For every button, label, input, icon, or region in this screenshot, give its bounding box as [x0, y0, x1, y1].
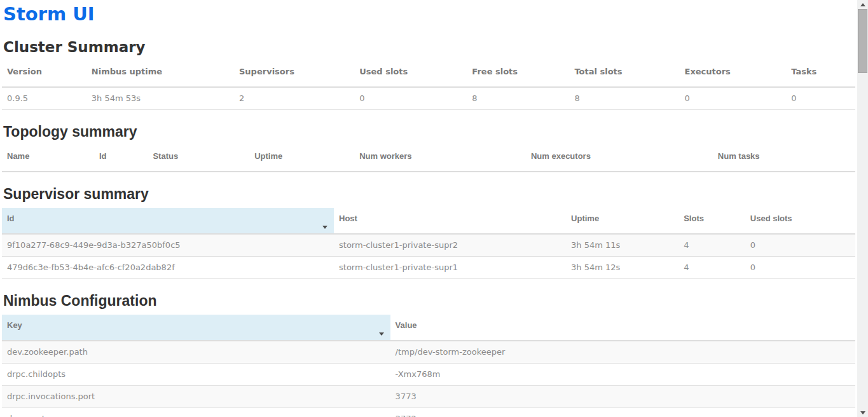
- nimbus-configuration-heading: Nimbus Configuration: [3, 292, 855, 310]
- table-cell: 4: [679, 257, 745, 279]
- column-header-nimbus-uptime[interactable]: Nimbus uptime: [86, 61, 234, 87]
- column-header-label: Id: [7, 214, 15, 223]
- cluster-summary-table: Version Nimbus uptime Supervisors Used s…: [2, 61, 855, 110]
- table-cell: 3772: [390, 408, 855, 417]
- table-cell: drpc.childopts: [2, 364, 390, 386]
- column-header-version[interactable]: Version: [2, 61, 86, 87]
- column-header-slots[interactable]: Slots: [679, 208, 745, 234]
- table-row: drpc.childopts-Xmx768m: [2, 364, 855, 386]
- cluster-summary-section: Cluster Summary Version Nimbus uptime Su…: [2, 38, 855, 110]
- column-header-supervisors[interactable]: Supervisors: [234, 61, 354, 87]
- column-header-uptime[interactable]: Uptime: [249, 146, 354, 172]
- supervisor-summary-section: Supervisor summary Id Host Uptime Slots …: [2, 185, 855, 279]
- table-row: dev.zookeeper.path/tmp/dev-storm-zookeep…: [2, 341, 855, 364]
- table-header-row: Key Value: [2, 315, 855, 341]
- arrow-up-icon: [860, 3, 865, 6]
- column-header-key-sorted[interactable]: Key: [2, 315, 390, 341]
- column-header-status[interactable]: Status: [148, 146, 249, 172]
- table-cell: 0: [786, 87, 855, 110]
- table-cell: storm-cluster1-private-supr2: [334, 234, 566, 257]
- table-cell: 479d6c3e-fb53-4b4e-afc6-cf20a2dab82f: [2, 257, 334, 279]
- column-header-free-slots[interactable]: Free slots: [467, 61, 569, 87]
- table-row: drpc.invocations.port3773: [2, 386, 855, 408]
- column-header-name[interactable]: Name: [2, 146, 94, 172]
- scroll-up-button[interactable]: [857, 0, 868, 9]
- scroll-down-button[interactable]: [857, 408, 868, 417]
- table-header-row: Name Id Status Uptime Num workers Num ex…: [2, 146, 855, 172]
- column-header-value[interactable]: Value: [390, 315, 855, 341]
- table-row: 0.9.53h 54m 53s208800: [2, 87, 855, 110]
- table-cell: 0: [680, 87, 787, 110]
- table-cell: 3h 54m 11s: [566, 234, 679, 257]
- table-cell: /tmp/dev-storm-zookeeper: [390, 341, 855, 364]
- topology-summary-heading: Topology summary: [3, 123, 855, 140]
- column-header-executors[interactable]: Executors: [680, 61, 787, 87]
- table-cell: 8: [467, 87, 569, 110]
- column-header-host[interactable]: Host: [334, 208, 566, 234]
- table-cell: 8: [569, 87, 679, 110]
- table-cell: 3h 54m 12s: [566, 257, 679, 279]
- table-cell: drpc.port: [2, 408, 390, 417]
- table-row: 479d6c3e-fb53-4b4e-afc6-cf20a2dab82fstor…: [2, 257, 855, 279]
- supervisor-summary-table: Id Host Uptime Slots Used slots 9f10a277…: [2, 208, 855, 279]
- supervisor-summary-heading: Supervisor summary: [3, 185, 855, 203]
- sort-arrow-icon: [379, 332, 384, 336]
- table-cell: 0: [745, 257, 855, 279]
- table-cell: 2: [234, 87, 354, 110]
- topology-summary-section: Topology summary Name Id Status Uptime N…: [2, 123, 855, 172]
- scrollbar-thumb[interactable]: [858, 9, 867, 73]
- table-cell: 3773: [390, 386, 855, 408]
- table-cell: -Xmx768m: [390, 364, 855, 386]
- table-header-row: Version Nimbus uptime Supervisors Used s…: [2, 61, 855, 87]
- sort-arrow-icon: [322, 226, 327, 229]
- topology-summary-table: Name Id Status Uptime Num workers Num ex…: [2, 146, 855, 172]
- table-row: 9f10a277-68c9-449e-9d3a-b327a50bf0c5stor…: [2, 234, 855, 257]
- column-header-id[interactable]: Id: [94, 146, 148, 172]
- page-title[interactable]: Storm UI: [3, 3, 95, 25]
- table-cell: 4: [679, 234, 745, 257]
- table-cell: drpc.invocations.port: [2, 386, 390, 408]
- nimbus-configuration-section: Nimbus Configuration Key Value dev.zooke…: [2, 292, 855, 417]
- cluster-summary-heading: Cluster Summary: [3, 38, 855, 56]
- table-cell: 3h 54m 53s: [86, 87, 234, 110]
- table-cell: 0: [745, 234, 855, 257]
- nimbus-configuration-table: Key Value dev.zookeeper.path/tmp/dev-sto…: [2, 315, 855, 417]
- column-header-num-workers[interactable]: Num workers: [354, 146, 526, 172]
- column-header-total-slots[interactable]: Total slots: [569, 61, 679, 87]
- table-row: drpc.port3772: [2, 408, 855, 417]
- table-cell: dev.zookeeper.path: [2, 341, 390, 364]
- column-header-label: Key: [7, 320, 22, 330]
- table-cell: storm-cluster1-private-supr1: [334, 257, 566, 279]
- column-header-used-slots[interactable]: Used slots: [745, 208, 855, 234]
- column-header-used-slots[interactable]: Used slots: [354, 61, 467, 87]
- table-header-row: Id Host Uptime Slots Used slots: [2, 208, 855, 234]
- column-header-tasks[interactable]: Tasks: [786, 61, 855, 87]
- scrollbar[interactable]: [857, 0, 868, 417]
- main-content: Storm UI Cluster Summary Version Nimbus …: [0, 0, 857, 417]
- table-cell: 0: [354, 87, 467, 110]
- arrow-down-icon: [860, 411, 865, 414]
- column-header-num-tasks[interactable]: Num tasks: [713, 146, 855, 172]
- table-cell: 9f10a277-68c9-449e-9d3a-b327a50bf0c5: [2, 234, 334, 257]
- column-header-uptime[interactable]: Uptime: [566, 208, 679, 234]
- column-header-id-sorted[interactable]: Id: [2, 208, 334, 234]
- table-cell: 0.9.5: [2, 87, 86, 110]
- column-header-num-executors[interactable]: Num executors: [526, 146, 713, 172]
